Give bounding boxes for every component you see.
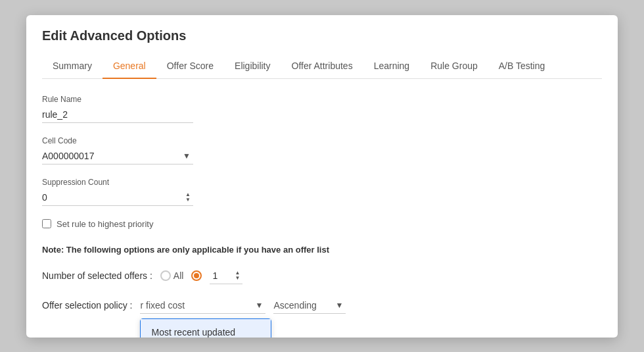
tab-rule-group[interactable]: Rule Group (420, 54, 488, 79)
dropdown-item-recent[interactable]: Most recent updated offers (141, 319, 271, 338)
tab-general[interactable]: General (103, 54, 156, 79)
radio-all-text: All (173, 270, 184, 281)
policy-select-wrapper: r fixed cost Most recent updated offers … (140, 297, 265, 314)
tab-ab-testing[interactable]: A/B Testing (488, 54, 556, 79)
priority-checkbox-label: Set rule to highest priority (57, 219, 153, 229)
suppression-count-wrapper: ▲ ▼ (42, 189, 193, 206)
rule-name-label: Rule Name (42, 95, 602, 104)
radio-number-label[interactable] (191, 270, 202, 281)
radio-all-label[interactable]: All (160, 270, 184, 281)
rule-name-input[interactable] (42, 107, 193, 123)
tabs: Summary General Offer Score Eligibility … (42, 54, 602, 79)
tab-eligibility[interactable]: Eligibility (224, 54, 281, 79)
tab-learning[interactable]: Learning (363, 54, 421, 79)
priority-checkbox-row: Set rule to highest priority (42, 219, 602, 229)
rule-name-group: Rule Name (42, 95, 602, 123)
offer-count-spinner-icon: ▲ ▼ (235, 270, 240, 281)
modal-title: Edit Advanced Options (42, 28, 602, 43)
cell-code-group: Cell Code A000000017 ▼ (42, 136, 602, 164)
tab-summary[interactable]: Summary (42, 54, 103, 79)
suppression-count-label: Suppression Count (42, 178, 602, 187)
number-spinner: ▲ ▼ (210, 268, 242, 284)
offers-row: Number of selected offers : All ▲ ▼ (42, 268, 602, 284)
policy-label: Offer selection policy : (42, 300, 132, 311)
policy-row: Offer selection policy : r fixed cost Mo… (42, 297, 602, 314)
suppression-count-group: Suppression Count ▲ ▼ (42, 178, 602, 206)
tab-offer-score[interactable]: Offer Score (156, 54, 224, 79)
radio-all[interactable] (160, 270, 171, 281)
modal-header: Edit Advanced Options Summary General Of… (26, 15, 618, 79)
cell-code-wrapper: A000000017 ▼ (42, 148, 193, 164)
note-text: Note: The following options are only app… (42, 245, 602, 255)
offers-label: Number of selected offers : (42, 270, 152, 281)
sort-select-wrapper: Ascending Descending ▼ (273, 297, 346, 314)
suppression-count-input[interactable] (42, 189, 193, 206)
cell-code-select[interactable]: A000000017 (42, 148, 193, 164)
cell-code-label: Cell Code (42, 136, 602, 145)
radio-number[interactable] (191, 270, 202, 281)
policy-select[interactable]: r fixed cost Most recent updated offers … (140, 297, 265, 314)
spinner-arrows-icon: ▲ ▼ (185, 192, 191, 203)
sort-select[interactable]: Ascending Descending (273, 297, 346, 314)
priority-checkbox[interactable] (42, 219, 51, 228)
tab-offer-attributes[interactable]: Offer Attributes (281, 54, 363, 79)
dropdown-popup: Most recent updated offers Random Attrib… (140, 318, 271, 338)
radio-group: All ▲ ▼ (160, 268, 243, 284)
modal: Edit Advanced Options Summary General Of… (26, 15, 618, 338)
modal-body: Rule Name Cell Code A000000017 ▼ Suppres… (26, 79, 618, 330)
